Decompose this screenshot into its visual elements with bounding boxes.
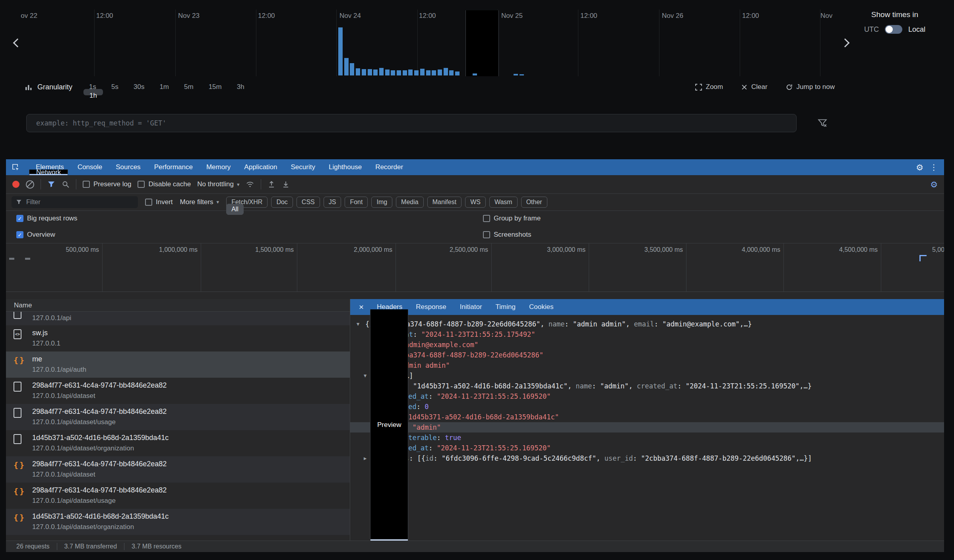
group-by-frame-toggle[interactable]: ✓ Group by frame [483,214,541,222]
preview-line[interactable]: name: "admin" [350,422,944,433]
request-row-sw.js[interactable]: <>sw.js127.0.0.1 [6,325,350,351]
time-selection-window[interactable] [465,10,499,76]
filter-chip-css[interactable]: CSS [297,197,320,208]
devtools-tab-security[interactable]: Security [284,159,322,175]
query-input-box[interactable] [26,114,797,132]
settings-gear-icon[interactable]: ⚙ [916,163,923,172]
request-row-me[interactable]: {}me127.0.0.1/api/auth [6,351,350,378]
name-column-header[interactable]: Name [6,299,350,312]
request-row-298a4f77-e631-4c4a-9747-bb4846e2ea82[interactable]: {}298a4f77-e631-4c4a-9747-bb4846e2ea8212… [6,456,350,483]
devtools-tab-recorder[interactable]: Recorder [368,159,410,175]
preview-line[interactable]: updated_at: "2024-11-23T21:55:25.169520" [350,443,944,453]
clear-button[interactable]: Clear [741,83,768,91]
utc-label[interactable]: UTC [864,25,879,34]
request-row-1d45b371-a502-4d16-b68d-2a1359bda41c[interactable]: 1d45b371-a502-4d16-b68d-2a1359bda41c127.… [6,430,350,456]
request-row-1d45b371-a502-4d16-b68d-2a1359bda41c[interactable]: {}1d45b371-a502-4d16-b68d-2a1359bda41c12… [6,509,350,535]
throttling-select[interactable]: No throttling ▾ [197,180,239,188]
detail-tab-initiator[interactable]: Initiator [453,299,489,315]
search-icon[interactable] [62,180,70,188]
preview-line[interactable]: id: "2cbba374-688f-4887-b289-22e6d064528… [350,350,944,360]
screenshots-toggle[interactable]: ✓ Screenshots [483,231,531,239]
filter-chip-media[interactable]: Media [396,197,424,208]
timeline-prev-button[interactable] [10,36,25,50]
devtools-tab-memory[interactable]: Memory [200,159,237,175]
preview-line[interactable]: registerable: true [350,433,944,443]
request-row-298a4f77-e631-4c4a-9747-bb4846e2ea82[interactable]: {}298a4f77-e631-4c4a-9747-bb4846e2ea8212… [6,483,350,509]
close-detail-button[interactable]: × [353,299,370,315]
granularity-option-3h[interactable]: 3h [231,80,250,94]
disable-cache-toggle[interactable]: ✓ Disable cache [138,180,191,188]
request-row-298a4f77-e631-4c4a-9747-bb4846e2ea82[interactable]: 298a4f77-e631-4c4a-9747-bb4846e2ea82127.… [6,404,350,430]
query-input[interactable] [35,119,787,127]
granularity-option-1h[interactable]: 1h [83,89,103,95]
filter-chip-all[interactable]: All [226,204,244,215]
screenshots-checkbox[interactable]: ✓ [483,231,490,238]
clear-network-log-button[interactable] [26,180,34,189]
granularity-option-15m[interactable]: 15m [203,80,227,94]
devtools-tab-sources[interactable]: Sources [109,159,147,175]
preview-line[interactable]: ▼{id: "2cbba374-688f-4887-b289-22e6d0645… [350,319,944,329]
request-row-298a4f77-e631-4c4a-9747-bb4846e2ea82[interactable]: 298a4f77-e631-4c4a-9747-bb4846e2ea82127.… [6,378,350,404]
detail-tab-timing[interactable]: Timing [489,299,522,315]
granularity-option-1m[interactable]: 1m [154,80,175,94]
filter-chip-other[interactable]: Other [521,197,547,208]
preview-line[interactable]: name: "admin admin" [350,360,944,371]
inspect-element-button[interactable] [6,159,25,175]
filter-chip-manifest[interactable]: Manifest [427,197,461,208]
import-har-icon[interactable] [268,180,275,188]
network-filter-box[interactable] [12,196,138,208]
detail-tab-preview[interactable]: Preview [370,309,408,541]
group-by-frame-checkbox[interactable]: ✓ [483,215,490,222]
expand-arrow-icon[interactable]: ▶ [364,453,366,463]
granularity-option-5m[interactable]: 5m [178,80,199,94]
devtools-tab-network[interactable]: Network [29,170,68,175]
local-label[interactable]: Local [908,25,925,34]
more-filters-button[interactable]: More filters ▾ [180,198,219,206]
clear-query-filter-icon[interactable] [817,118,828,128]
jump-to-now-button[interactable]: Jump to now [786,83,835,91]
filter-chip-img[interactable]: Img [371,197,392,208]
big-request-rows-toggle[interactable]: ✓ Big request rows [16,214,78,222]
preview-line[interactable]: deleted: 0 [350,402,944,412]
preview-line[interactable]: created_at: "2024-11-23T21:55:25.175492" [350,329,944,340]
big-request-rows-checkbox[interactable]: ✓ [16,215,23,222]
granularity-option-30s[interactable]: 30s [128,80,150,94]
filter-chip-ws[interactable]: WS [465,197,486,208]
timezone-toggle[interactable] [885,25,902,34]
filter-toggle-icon[interactable] [47,180,55,188]
devtools-tab-console[interactable]: Console [71,159,109,175]
preview-line[interactable]: email: "admin@example.com" [350,340,944,350]
record-button[interactable] [12,181,19,188]
preview-line[interactable]: ▼orgs: [,…] [350,371,944,381]
overview-checkbox[interactable]: ✓ [16,231,23,238]
overview-toggle[interactable]: ✓ Overview [16,231,55,239]
disable-cache-checkbox[interactable]: ✓ [138,181,145,188]
preview-line[interactable]: ▼0: {id: "1d45b371-a502-4d16-b68d-2a1359… [350,381,944,391]
filter-chip-js[interactable]: JS [324,197,341,208]
network-overview-ruler[interactable]: 500,000 ms1,000,000 ms1,500,000 ms2,000,… [6,243,944,292]
detail-tab-cookies[interactable]: Cookies [522,299,560,315]
timeline-chart[interactable]: Nov 2212:00Nov 2312:00Nov 2412:00Nov 251… [21,0,839,76]
filter-chip-font[interactable]: Font [345,197,368,208]
preview-line[interactable]: created_at: "2024-11-23T21:55:25.169520" [350,391,944,402]
detail-tab-response[interactable]: Response [409,299,453,315]
preview-line[interactable]: id: "1d45b371-a502-4d16-b68d-2a1359bda41… [350,412,944,422]
zoom-button[interactable]: Zoom [695,83,723,91]
timeline-next-button[interactable] [838,36,852,50]
devtools-tab-performance[interactable]: Performance [147,159,200,175]
preserve-log-toggle[interactable]: ✓ Preserve log [83,180,131,188]
preview-line[interactable]: ▶user_orgs: [{id: "6fdc3096-6ffe-4298-9c… [350,453,944,463]
devtools-tab-lighthouse[interactable]: Lighthouse [322,159,368,175]
granularity-option-5s[interactable]: 5s [106,80,124,94]
preserve-log-checkbox[interactable]: ✓ [83,181,90,188]
more-options-icon[interactable]: ⋮ [930,163,938,171]
filter-chip-doc[interactable]: Doc [271,197,293,208]
devtools-tab-application[interactable]: Application [237,159,284,175]
collapse-arrow-icon[interactable]: ▼ [357,319,359,329]
export-har-icon[interactable] [282,180,290,188]
request-row-127.0.0.1/api[interactable]: 127.0.0.1/api [6,312,350,325]
network-settings-gear-icon[interactable]: ⚙ [930,180,938,189]
invert-checkbox[interactable]: ✓ [145,199,152,206]
invert-toggle[interactable]: ✓ Invert [145,198,173,206]
network-filter-input[interactable] [25,198,134,206]
